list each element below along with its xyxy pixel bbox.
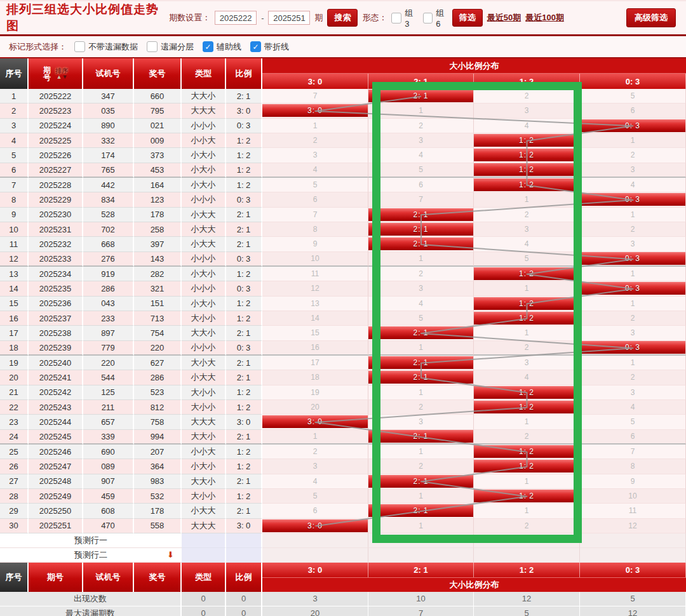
- test-cell: 890: [83, 119, 134, 133]
- form-label: 形态：: [362, 12, 387, 23]
- ratio-cell: 3: 0: [226, 415, 262, 429]
- aux-line-label: 辅助线: [217, 41, 241, 53]
- prediction-cell: [580, 548, 686, 563]
- header-ratio-2-1: 2: 1: [368, 74, 474, 89]
- ratio-cell: 2: 1: [226, 237, 262, 251]
- prediction-type-input-1[interactable]: [182, 533, 226, 548]
- issue-cell: 2025239: [29, 341, 83, 356]
- zu6-checkbox[interactable]: [423, 13, 433, 23]
- distribution-title: 大小比例分布: [262, 58, 686, 74]
- dist-cell: 1: [368, 519, 474, 533]
- dist-cell: 7: [368, 192, 474, 207]
- miss-count: 1: [631, 358, 635, 367]
- miss-layer-checkbox[interactable]: [147, 41, 158, 52]
- miss-count: 7: [419, 195, 423, 204]
- dist-cell: 2: [474, 519, 580, 533]
- polyline-option: ✓带折线: [250, 41, 289, 53]
- recent-100-link[interactable]: 最近100期: [525, 12, 564, 23]
- seq-cell: 10: [0, 222, 29, 237]
- miss-count: 9: [313, 239, 318, 248]
- issue-cell: 2025231: [29, 222, 83, 237]
- zu3-checkbox[interactable]: [391, 13, 401, 23]
- ratio-cell: 1: 2: [226, 385, 262, 400]
- prize-cell: 164: [134, 178, 182, 192]
- miss-count: 5: [419, 314, 423, 323]
- polyline-checkbox[interactable]: ✓: [250, 41, 261, 52]
- bottom-header-seq: 序号: [0, 563, 29, 592]
- miss-count: 4: [525, 239, 529, 248]
- prize-cell: 983: [134, 474, 182, 489]
- miss-count: 8: [631, 462, 635, 471]
- hit-block: 2: 1: [368, 208, 473, 221]
- type-cell: 小大小: [182, 148, 226, 163]
- dist-cell: 2: [580, 311, 686, 326]
- dist-cell: 1: 2: [474, 385, 580, 400]
- test-cell: 211: [83, 400, 134, 415]
- type-cell: 小大小: [182, 178, 226, 192]
- test-cell: 608: [83, 504, 134, 518]
- miss-count: 20: [311, 403, 319, 412]
- miss-count: 1: [525, 506, 529, 515]
- test-cell: 459: [83, 489, 134, 504]
- hit-block: 0: 3: [580, 119, 685, 132]
- dist-cell: 3: [474, 222, 580, 237]
- prediction-type-input-2[interactable]: [182, 548, 226, 563]
- top-bar: 排列三组选大小比例值走势图 期数设置： - 期 搜索 形态： 组3组6 筛选 最…: [0, 0, 686, 36]
- dist-cell: 1: 2: [474, 400, 580, 415]
- miss-count: 1: [313, 432, 318, 441]
- dist-cell: 0: 3: [580, 281, 686, 296]
- sort-desc-icon[interactable]: ▼: [62, 74, 68, 80]
- test-cell: 765: [83, 163, 134, 178]
- header-ratio-0-3: 0: 3: [580, 74, 686, 89]
- table-header: 序号 期号 排序 ▲▼ 试机号 奖号 类型 比例 大小比例分布 3: 0 2: …: [0, 58, 686, 89]
- type-cell: 大大大: [182, 519, 226, 533]
- dist-cell: 2: 1: [368, 504, 474, 518]
- test-cell: 174: [83, 148, 134, 163]
- prediction-ratio-input-1[interactable]: [226, 533, 262, 548]
- table-row: 262025247089364小大小1: 2321: 28: [0, 459, 686, 474]
- recent-50-link[interactable]: 最近50期: [487, 12, 521, 23]
- seq-cell: 13: [0, 267, 29, 281]
- dist-cell: 4: [474, 237, 580, 251]
- issue-cell: 2025236: [29, 297, 83, 311]
- dist-cell: 1: [262, 119, 368, 133]
- dist-cell: 10: [262, 252, 368, 267]
- dist-cell: 5: [368, 163, 474, 178]
- type-cell: 小大小: [182, 267, 226, 281]
- test-cell: 668: [83, 237, 134, 251]
- dist-cell: 2: 1: [368, 208, 474, 222]
- ratio-cell: 2: 1: [226, 504, 262, 518]
- seq-cell: 27: [0, 474, 29, 489]
- miss-count: 1: [525, 195, 529, 204]
- dist-cell: 1: 2: [474, 445, 580, 459]
- dist-cell: 11: [580, 504, 686, 518]
- sort-control[interactable]: 排序 ▲▼: [56, 68, 69, 80]
- no-miss-data-checkbox[interactable]: [74, 41, 85, 52]
- prediction-ratio-input-2[interactable]: [226, 548, 262, 563]
- issue-from-input[interactable]: [215, 11, 257, 25]
- dist-cell: 1: [262, 430, 368, 445]
- table-row: 72025228442164小大小1: 2561: 24: [0, 178, 686, 192]
- ratio-cell: 1: 2: [226, 400, 262, 415]
- ratio-cell: 1: 2: [226, 133, 262, 148]
- test-cell: 528: [83, 208, 134, 222]
- search-button[interactable]: 搜索: [327, 9, 358, 27]
- test-cell: 332: [83, 133, 134, 148]
- mark-options: 不带遗漏数据遗漏分层✓辅助线✓带折线: [74, 41, 289, 53]
- type-cell: 大大小: [182, 474, 226, 489]
- sort-asc-icon[interactable]: ▲: [57, 74, 62, 80]
- prediction-row-2: 预测行二 ⬇: [0, 548, 686, 563]
- prize-cell: 795: [134, 104, 182, 118]
- miss-count: 14: [311, 314, 319, 323]
- seq-cell: 28: [0, 489, 29, 504]
- dist-cell: 2: 1: [368, 89, 474, 104]
- seq-cell: 17: [0, 326, 29, 340]
- filter-button[interactable]: 筛选: [452, 9, 483, 27]
- aux-line-checkbox[interactable]: ✓: [203, 41, 213, 52]
- type-cell: 小大大: [182, 208, 226, 222]
- prize-cell: 812: [134, 400, 182, 415]
- advanced-filter-button[interactable]: 高级筛选: [626, 8, 676, 27]
- issue-to-input[interactable]: [268, 11, 310, 25]
- miss-count: 3: [631, 328, 635, 337]
- prediction-arrow-icon[interactable]: ⬇: [167, 551, 174, 559]
